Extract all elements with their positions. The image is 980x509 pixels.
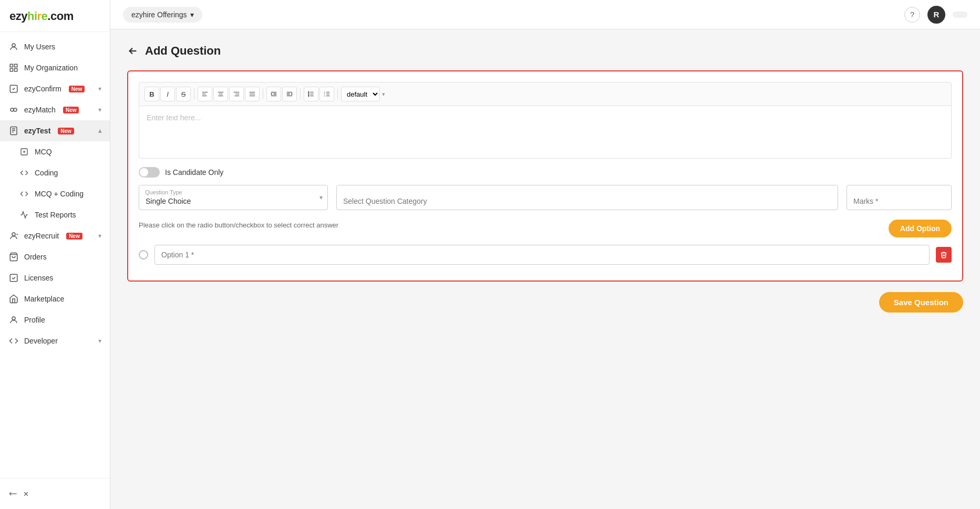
italic-button[interactable]: I [160,87,175,101]
sidebar-item-my-organization[interactable]: My Organization [0,57,110,78]
sidebar-item-test-reports[interactable]: Test Reports [0,204,110,225]
align-center-button[interactable] [213,87,228,101]
chevron-down-icon: ▾ [190,11,194,19]
svg-point-45 [308,92,309,93]
marks-input[interactable] [847,185,952,210]
add-option-button[interactable]: Add Option [889,220,952,237]
org-icon [8,63,19,73]
sidebar-item-ezytest[interactable]: ezyTest New ▴ [0,120,110,141]
avatar[interactable]: R [927,6,945,24]
page-content: Add Question B I S [110,29,980,509]
candidate-only-toggle[interactable] [139,167,160,178]
question-card: B I S [127,70,963,282]
sidebar-nav: My Users My Organization ezyConfirm New … [0,32,110,478]
option-delete-button[interactable] [936,247,952,263]
candidate-only-label: Is Candidate Only [165,168,223,176]
svg-rect-4 [15,69,17,71]
svg-point-46 [308,94,309,95]
help-button[interactable]: ? [904,7,920,23]
align-right-button[interactable] [229,87,244,101]
sidebar-item-label: Orders [24,253,47,261]
unordered-list-button[interactable] [304,87,318,101]
match-icon [8,105,19,115]
sidebar-item-ezyrecruit[interactable]: ezyRecruit New ▾ [0,225,110,246]
save-question-button[interactable]: Save Question [879,292,963,313]
back-button[interactable] [127,45,139,57]
sidebar-item-label: Coding [35,169,58,177]
ordered-list-button[interactable]: 123 [319,87,334,101]
outdent-button[interactable] [266,87,281,101]
strikethrough-button[interactable]: S [176,87,191,101]
helper-text: Please click on the radio button/checkbo… [139,221,338,229]
sidebar-item-ezymatch[interactable]: ezyMatch New ▾ [0,99,110,120]
user-name-area [953,12,967,18]
question-text-editor[interactable]: Enter text here... [139,106,952,159]
option-input[interactable] [154,245,930,265]
option-radio-btn[interactable] [139,250,148,259]
logo: ezyhire.com [0,0,110,32]
toolbar-separator [300,89,301,99]
toggle-knob [140,168,148,176]
offerings-label: ezyhire Offerings [131,11,187,19]
bold-button[interactable]: B [145,87,159,101]
font-select[interactable]: default [341,87,380,101]
new-badge: New [69,86,85,92]
sidebar-item-label: ezyMatch [24,106,56,114]
svg-rect-18 [10,274,17,282]
toolbar-separator [263,89,263,99]
chevron-down-icon: ▾ [98,337,101,345]
sidebar-item-developer[interactable]: Developer ▾ [0,330,110,351]
question-type-select-wrapper: Question Type Single Choice Multiple Cho… [139,185,328,210]
sidebar-item-orders[interactable]: Orders [0,246,110,267]
chevron-down-icon: ▾ [98,106,101,113]
category-input[interactable] [336,185,838,210]
sidebar-item-my-users[interactable]: My Users [0,36,110,57]
coding-icon [19,168,29,178]
sidebar-item-profile[interactable]: Profile [0,309,110,330]
reports-icon [19,210,29,220]
question-type-select[interactable]: Single Choice Multiple Choice True/False [139,185,328,210]
sidebar-item-mcq[interactable]: MCQ [0,141,110,162]
svg-point-19 [12,317,15,320]
sidebar-item-label: Profile [24,316,45,324]
svg-rect-1 [10,64,13,67]
svg-point-47 [308,96,309,97]
test-icon [8,126,19,136]
sidebar-item-label: MCQ + Coding [35,190,84,198]
sidebar-item-label: Licenses [24,274,53,282]
sidebar-item-label: Marketplace [24,295,64,303]
topbar-right: ? R [904,6,967,24]
sidebar-item-label: ezyTest [24,127,50,135]
sidebar-item-coding[interactable]: Coding [0,162,110,183]
recruit-icon [8,231,19,241]
justify-button[interactable] [245,87,260,101]
main: ezyhire Offerings ▾ ? R Add Question [110,0,980,509]
mcq-icon [19,147,29,157]
sidebar-item-label: Developer [24,337,58,345]
offerings-dropdown-btn[interactable]: ezyhire Offerings ▾ [123,7,202,23]
indent-button[interactable] [282,87,297,101]
question-fields-row: Question Type Single Choice Multiple Cho… [139,185,952,210]
confirm-icon [8,84,19,94]
sidebar-item-label: My Organization [24,64,78,72]
licenses-icon [8,273,19,283]
profile-icon [8,315,19,325]
sidebar-item-licenses[interactable]: Licenses [0,267,110,288]
sidebar-collapse-btn[interactable]: ✕ [8,485,101,503]
sidebar-item-marketplace[interactable]: Marketplace [0,288,110,309]
sidebar-item-label: MCQ [35,148,52,156]
align-left-button[interactable] [198,87,212,101]
options-header-row: Please click on the radio button/checkbo… [139,220,952,237]
question-type-field: Question Type Single Choice Multiple Cho… [139,185,328,210]
orders-icon [8,252,19,262]
topbar: ezyhire Offerings ▾ ? R [110,0,980,29]
svg-rect-3 [10,69,13,71]
sidebar-item-ezyconfirm[interactable]: ezyConfirm New ▾ [0,78,110,99]
svg-point-0 [12,44,15,47]
save-question-row: Save Question [127,292,963,313]
sidebar-item-mcq-coding[interactable]: MCQ + Coding [0,183,110,204]
new-badge: New [63,107,79,113]
mcqcoding-icon [19,189,29,199]
help-icon: ? [910,10,914,19]
sidebar: ezyhire.com My Users My Organization ezy… [0,0,110,509]
